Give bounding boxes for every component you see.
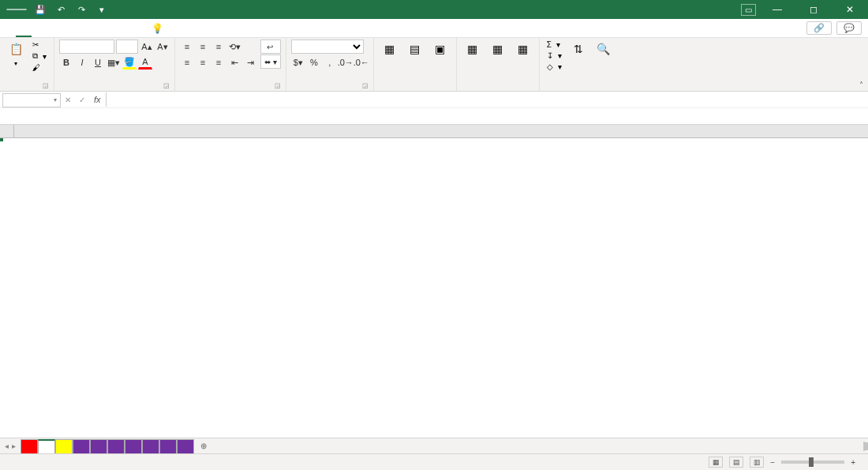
conditional-formatting-button[interactable]: ▦ <box>379 39 401 60</box>
select-all-corner[interactable] <box>0 125 14 137</box>
normal-view-icon[interactable]: ▦ <box>709 457 723 468</box>
align-left-icon[interactable]: ≡ <box>180 55 194 70</box>
cancel-formula-icon[interactable]: ✕ <box>61 96 75 104</box>
comma-format-icon[interactable]: , <box>323 55 337 70</box>
ribbon-group-clipboard: 📋 ▾ ✂ ⧉ ▾ 🖌 ◲ <box>0 38 54 91</box>
fill-button[interactable]: ↧ ▾ <box>544 51 564 61</box>
wrap-text-button[interactable]: ↩ <box>260 39 281 54</box>
border-icon[interactable]: ▦▾ <box>107 55 121 70</box>
align-center-icon[interactable]: ≡ <box>196 55 210 70</box>
dialog-launcher-icon[interactable]: ◲ <box>362 82 369 89</box>
clear-button[interactable]: ◇ ▾ <box>544 62 564 72</box>
tab-help[interactable] <box>126 19 142 37</box>
sheet-tab-may[interactable] <box>142 439 159 453</box>
name-box[interactable]: ▾ <box>2 93 61 107</box>
tab-formulas[interactable] <box>63 19 79 37</box>
formula-input[interactable] <box>107 92 868 107</box>
sheet-prev-icon[interactable]: ◂ <box>5 442 9 450</box>
formula-bar: ▾ ✕ ✓ fx <box>0 92 868 125</box>
sheet-next-icon[interactable]: ▸ <box>12 442 16 450</box>
dialog-launcher-icon[interactable]: ◲ <box>163 82 170 89</box>
align-top-icon[interactable]: ≡ <box>180 39 194 54</box>
font-size-select[interactable] <box>116 39 138 54</box>
cut-button[interactable]: ✂ <box>30 39 49 50</box>
zoom-slider[interactable] <box>781 461 844 464</box>
sheet-tab-jun[interactable] <box>159 439 177 453</box>
paste-button[interactable]: 📋 ▾ <box>5 39 27 69</box>
delete-cells-button[interactable]: ▦ <box>487 39 509 60</box>
save-icon[interactable]: 💾 <box>33 2 47 17</box>
align-bottom-icon[interactable]: ≡ <box>211 39 226 54</box>
collapse-ribbon-icon[interactable]: ˄ <box>859 81 863 89</box>
comments-button[interactable]: 💬 <box>836 21 862 35</box>
decrease-decimal-icon[interactable]: .0← <box>354 55 369 70</box>
italic-icon[interactable]: I <box>75 55 89 70</box>
maximize-icon[interactable]: ◻ <box>799 0 829 19</box>
tab-review[interactable] <box>95 19 110 37</box>
sheet-tab-instructions[interactable] <box>21 439 38 453</box>
zoom-out-icon[interactable]: − <box>770 458 775 467</box>
redo-icon[interactable]: ↷ <box>74 2 88 17</box>
tab-file[interactable] <box>0 19 16 37</box>
tab-data[interactable] <box>79 19 95 37</box>
fx-icon[interactable]: fx <box>89 92 107 107</box>
increase-font-icon[interactable]: A▴ <box>140 39 154 54</box>
autosave-toggle[interactable] <box>6 9 27 10</box>
tab-view[interactable] <box>110 19 126 37</box>
user-avatar-icon[interactable]: ▭ <box>741 4 756 16</box>
copy-button[interactable]: ⧉ ▾ <box>30 51 49 62</box>
sheet-tab-mar[interactable] <box>107 439 125 453</box>
bold-icon[interactable]: B <box>59 55 73 70</box>
eraser-icon: ◇ <box>547 62 553 71</box>
sheet-tab-feb[interactable] <box>90 439 107 453</box>
format-painter-button[interactable]: 🖌 <box>30 62 49 73</box>
page-layout-view-icon[interactable]: ▤ <box>729 457 743 468</box>
sheet-tab-apr[interactable] <box>125 439 142 453</box>
format-cells-button[interactable]: ▦ <box>512 39 534 60</box>
enter-formula-icon[interactable]: ✓ <box>75 96 89 104</box>
zoom-in-icon[interactable]: + <box>851 458 855 467</box>
undo-icon[interactable]: ↶ <box>54 2 68 17</box>
add-sheet-icon[interactable]: ⊕ <box>194 438 213 453</box>
increase-decimal-icon[interactable]: .0→ <box>339 55 353 70</box>
decrease-font-icon[interactable]: A▾ <box>155 39 170 54</box>
underline-icon[interactable]: U <box>91 55 105 70</box>
dialog-launcher-icon[interactable]: ◲ <box>43 82 49 89</box>
align-right-icon[interactable]: ≡ <box>211 55 226 70</box>
autosum-button[interactable]: Σ ▾ <box>544 39 564 50</box>
number-format-select[interactable] <box>291 39 364 54</box>
cell-styles-button[interactable]: ▣ <box>429 39 451 60</box>
format-as-table-button[interactable]: ▤ <box>404 39 426 60</box>
qat-customize-icon[interactable]: ▾ <box>95 2 109 17</box>
close-icon[interactable]: ✕ <box>835 0 865 19</box>
spreadsheet-grid[interactable] <box>0 125 868 438</box>
tab-home[interactable] <box>16 19 32 37</box>
find-select-button[interactable]: 🔍 <box>593 39 615 60</box>
increase-indent-icon[interactable]: ⇥ <box>243 55 257 70</box>
sheet-tab-taxes[interactable] <box>55 439 73 453</box>
minimize-icon[interactable]: — <box>762 0 792 19</box>
merge-center-button[interactable]: ⬌ ▾ <box>260 55 281 69</box>
sheet-tab-setup[interactable] <box>38 439 55 453</box>
insert-cells-button[interactable]: ▦ <box>462 39 484 60</box>
tab-insert[interactable] <box>32 19 47 37</box>
decrease-indent-icon[interactable]: ⇤ <box>227 55 241 70</box>
fill-color-icon[interactable]: 🪣 <box>122 55 137 70</box>
font-name-select[interactable] <box>59 39 114 54</box>
page-break-view-icon[interactable]: ▥ <box>750 457 764 468</box>
ribbon-group-alignment: ≡ ≡ ≡ ⟲▾ ≡ ≡ ≡ ⇤ ⇥ ↩ ⬌ ▾ ◲ <box>175 38 286 91</box>
orientation-icon[interactable]: ⟲▾ <box>227 39 241 54</box>
sort-filter-button[interactable]: ⇅ <box>567 39 589 60</box>
chevron-down-icon[interactable]: ▾ <box>54 96 57 103</box>
horizontal-scrollbar[interactable] <box>863 442 865 451</box>
sheet-tab-jan[interactable] <box>73 439 90 453</box>
align-middle-icon[interactable]: ≡ <box>196 39 210 54</box>
share-button[interactable]: 🔗 <box>806 21 832 35</box>
tell-me-search[interactable]: 💡 <box>152 23 166 34</box>
font-color-icon[interactable]: A <box>138 55 152 70</box>
dialog-launcher-icon[interactable]: ◲ <box>275 82 281 89</box>
percent-format-icon[interactable]: % <box>307 55 321 70</box>
sheet-tab-jul[interactable] <box>177 439 194 453</box>
accounting-format-icon[interactable]: $▾ <box>291 55 305 70</box>
tab-page-layout[interactable] <box>47 19 63 37</box>
